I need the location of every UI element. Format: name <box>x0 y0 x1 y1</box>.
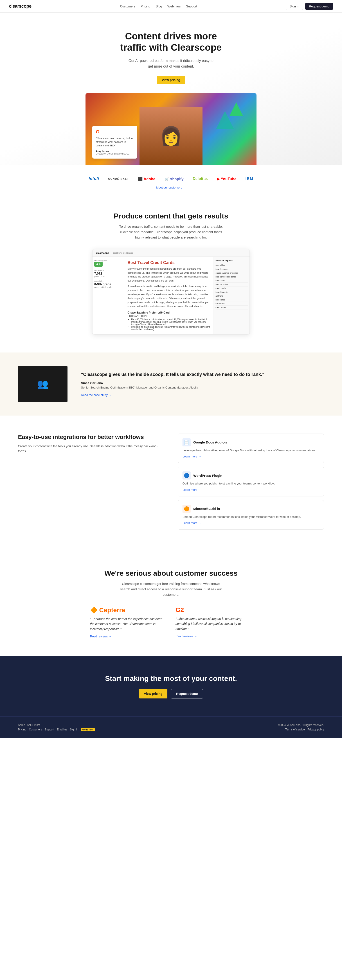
footer: Some useful links: Pricing Customers Sup… <box>0 716 342 738</box>
wp-icon: 🔵 <box>182 471 191 479</box>
success-title: We're serious about customer success <box>9 569 333 578</box>
integration-card-header: 📄 Google Docs Add-on <box>182 438 319 446</box>
nav-pricing[interactable]: Pricing <box>141 5 150 8</box>
word-count-metric: word count 7,072 great 1,178 <box>94 269 122 277</box>
footer-terms-link[interactable]: Terms of service <box>285 728 305 731</box>
app-main-content: Best Travel Credit Cards Many or all of … <box>124 257 214 334</box>
cta-title: Start making the most of your content. <box>9 675 333 682</box>
capterra-logo: 🔶 Capterra <box>90 606 166 614</box>
reviews-row: 🔶 Capterra "...perhaps the best part of … <box>9 606 333 638</box>
footer-link-email[interactable]: Email us <box>57 728 67 731</box>
footer-legal-links: Terms of service Privacy policy <box>278 728 324 731</box>
produce-section: Produce content that gets results To dri… <box>0 194 342 353</box>
hero-cta-button[interactable]: View pricing <box>157 76 185 84</box>
hero-title: Content drives more traffic with Clearsc… <box>112 31 230 53</box>
content-grade-value: A+ <box>94 262 103 267</box>
logos-section: intuit CONDÉ NAST ⬛ Adobe 🛒 shopify Delo… <box>0 165 342 194</box>
learn-more-gdocs-link[interactable]: Learn more → <box>182 455 201 458</box>
keyword-item: cash back <box>215 302 248 305</box>
article-body-2: A travel rewards credit card brings your… <box>128 285 210 309</box>
logo-intuit: intuit <box>89 177 99 181</box>
logo-ibm: IBM <box>245 177 253 181</box>
logo-shopify: 🛒 shopify <box>165 177 184 181</box>
word-count-value: 7,072 <box>94 272 122 275</box>
card-heading: Chase Sapphire Preferred® Card <box>128 311 210 314</box>
case-study-link[interactable]: Read the case study → <box>81 393 111 397</box>
card-details: PROS AND CONS <box>128 314 210 318</box>
hero-visual: G "Clearscope is an amazing tool to stre… <box>86 93 256 165</box>
case-study-content: "Clearscope gives us the inside scoop. I… <box>81 371 324 397</box>
success-section: We're serious about customer success Cle… <box>0 551 342 656</box>
testimonial-card: G "Clearscope is an amazing tool to stre… <box>92 126 137 159</box>
capterra-read-reviews-link[interactable]: Read reviews → <box>90 635 111 638</box>
footer-copyright: ©2024 Mushi Labs. All rights reserved. <box>278 724 324 727</box>
review-card-capterra: 🔶 Capterra "...perhaps the best part of … <box>90 606 166 638</box>
footer-badge: We're live! <box>81 728 95 731</box>
nav-support[interactable]: Support <box>186 5 197 8</box>
keyword-item: best travel credit cards <box>215 275 248 279</box>
integration-name: Microsoft Add-in <box>193 507 220 511</box>
capterra-label: Capterra <box>99 606 125 614</box>
list-item: Earn 60,000 bonus points after you spend… <box>131 318 210 326</box>
footer-link-support[interactable]: Support <box>45 728 54 731</box>
testimonial-quote: "Clearscope is an amazing tool to stream… <box>96 136 134 148</box>
logo-conde-nast: CONDÉ NAST <box>108 178 129 180</box>
app-logo-small: clearscope <box>96 251 109 254</box>
keyword-item: credit score <box>215 305 248 309</box>
footer-left: Some useful links: Pricing Customers Sup… <box>18 724 95 731</box>
cta-section: Start making the most of your content. V… <box>0 656 342 716</box>
keyword-item: credit card <box>215 279 248 283</box>
integration-desc: Optimize where you publish to streamline… <box>182 481 319 486</box>
meet-customers-link[interactable]: Meet our customers → <box>9 186 333 189</box>
success-subtitle: Clearscope customers get free training f… <box>117 581 225 597</box>
footer-link-pricing[interactable]: Pricing <box>18 728 26 731</box>
learn-more-wp-link[interactable]: Learn more → <box>182 488 201 492</box>
nav-webinars[interactable]: Webinars <box>168 5 180 8</box>
cta-pricing-button[interactable]: View pricing <box>139 689 168 698</box>
logo: clearscope <box>9 3 32 9</box>
readability-label: readability <box>94 280 122 282</box>
footer-links: Pricing Customers Support Email us Sign … <box>18 728 95 731</box>
request-demo-button[interactable]: Request demo <box>305 3 333 10</box>
readability-metric: readability 8-9th grade current at 8th g… <box>94 280 122 288</box>
list-item: $0 points on travel and dining at restau… <box>131 326 210 331</box>
hero-section: Content drives more traffic with Clearsc… <box>0 13 342 165</box>
g2-label: G2 <box>176 606 184 613</box>
produce-subtitle: To drive organic traffic, content needs … <box>117 224 225 240</box>
logos-row: intuit CONDÉ NAST ⬛ Adobe 🛒 shopify Delo… <box>9 177 333 181</box>
nav-customers[interactable]: Customers <box>120 5 135 8</box>
case-study-section: 👥 "Clearscope gives us the inside scoop.… <box>0 353 342 415</box>
learn-more-ms-link[interactable]: Learn more → <box>182 521 201 525</box>
integrations-title: Easy-to-use integrations for better work… <box>18 434 164 441</box>
app-right-panel: american express annual fee travel rewar… <box>214 257 250 334</box>
review-card-g2: G2 "...the customer success/support is o… <box>176 606 252 638</box>
readability-value: 8-9th grade <box>94 282 122 286</box>
integration-name: WordPress Plugin <box>193 474 222 477</box>
app-body: content grade A+ word count 7,072 great … <box>92 257 250 334</box>
word-count-sub: great 1,178 <box>94 275 122 277</box>
integrations-left: Easy-to-use integrations for better work… <box>18 434 164 454</box>
case-study-author: Vince Caruana <box>81 381 324 385</box>
footer-link-signin[interactable]: Sign in <box>70 728 78 731</box>
app-header-label: Best travel credit cards <box>112 252 133 254</box>
case-study-quote: "Clearscope gives us the inside scoop. I… <box>81 371 324 378</box>
keyword-item: credit cards <box>215 286 248 290</box>
integration-card-header: 🟠 Microsoft Add-in <box>182 505 319 513</box>
footer-privacy-link[interactable]: Privacy policy <box>307 728 324 731</box>
integration-desc: Embed Clearscope report recommendations … <box>182 515 319 519</box>
footer-link-customers[interactable]: Customers <box>29 728 42 731</box>
cta-demo-button[interactable]: Request demo <box>171 689 203 698</box>
person-avatar: 👩 <box>139 107 203 165</box>
g2-read-reviews-link[interactable]: Read reviews → <box>176 635 197 638</box>
signin-button[interactable]: Sign in <box>286 3 303 10</box>
logo-deloitte: Deloitte. <box>193 177 208 181</box>
app-header-bar: clearscope Best travel credit cards <box>92 249 250 257</box>
testimonial-author: Amy Lecza <box>96 150 134 153</box>
card-list: Earn 60,000 bonus points after you spend… <box>131 318 210 331</box>
keyword-item: annual fee <box>215 264 248 267</box>
logo-adobe: ⬛ Adobe <box>138 177 155 181</box>
content-grade-metric: content grade A+ <box>94 259 122 267</box>
nav-blog[interactable]: Blog <box>156 5 162 8</box>
integration-desc: Leverage the collaborative power of Goog… <box>182 448 319 453</box>
g2-review-text: "...the customer success/support is outs… <box>176 616 252 632</box>
